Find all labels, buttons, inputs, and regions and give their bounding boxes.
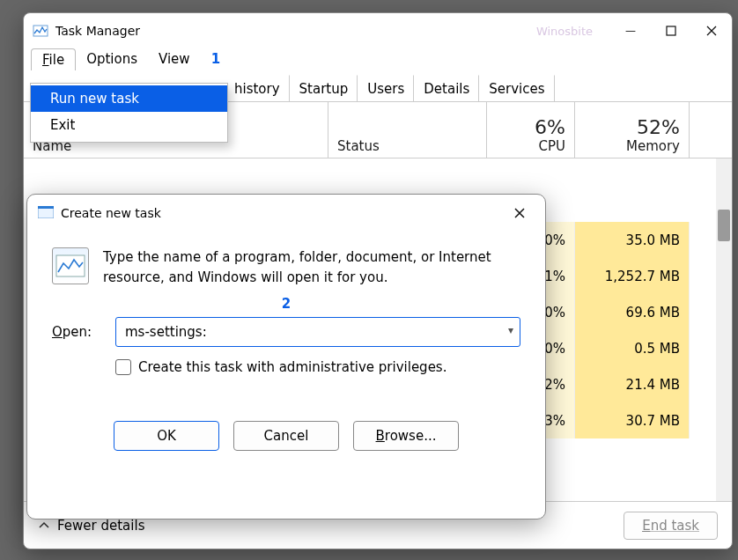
menu-view[interactable]: View	[148, 48, 201, 70]
maximize-button[interactable]	[651, 13, 691, 48]
run-command-icon	[52, 247, 89, 284]
dialog-description: Type the name of a program, folder, docu…	[103, 247, 520, 289]
tab-app-history[interactable]: history	[225, 75, 290, 102]
watermark-text: Winosbite	[529, 25, 610, 38]
svg-rect-1	[667, 26, 675, 35]
scrollbar-thumb[interactable]	[718, 210, 730, 241]
memory-cell: 35.0 MB	[575, 222, 690, 258]
svg-rect-3	[38, 206, 54, 209]
memory-cell: 21.4 MB	[575, 366, 690, 402]
tab-services[interactable]: Services	[479, 75, 554, 102]
file-menu-dropdown: Run new task Exit	[30, 83, 228, 143]
memory-cell: 30.7 MB	[575, 402, 690, 438]
end-task-button[interactable]: End task	[624, 512, 718, 540]
titlebar: Task Manager Winosbite —	[24, 13, 732, 48]
admin-privileges-checkbox[interactable]	[115, 359, 131, 375]
menu-exit[interactable]: Exit	[31, 112, 227, 138]
memory-cell: 1,252.7 MB	[575, 258, 690, 294]
col-status[interactable]: Status	[328, 102, 487, 158]
dialog-close-button[interactable]	[499, 195, 540, 231]
ok-button[interactable]: OK	[114, 421, 219, 451]
run-dialog-icon	[38, 205, 54, 222]
col-cpu[interactable]: 6% CPU	[487, 102, 575, 158]
dialog-title: Create new task	[61, 206, 161, 220]
close-button[interactable]	[691, 13, 732, 48]
annotation-step-1: 1	[201, 48, 231, 70]
create-new-task-dialog: Create new task Type the name of a progr…	[26, 194, 546, 519]
minimize-button[interactable]: —	[610, 13, 651, 48]
cancel-button[interactable]: Cancel	[233, 421, 339, 451]
chevron-up-icon	[38, 519, 50, 532]
window-title: Task Manager	[55, 24, 140, 38]
dialog-titlebar: Create new task	[27, 195, 545, 232]
admin-privileges-label: Create this task with administrative pri…	[138, 359, 446, 375]
menu-options[interactable]: Options	[76, 48, 148, 70]
fewer-details-toggle[interactable]: Fewer details	[38, 518, 144, 534]
tab-startup[interactable]: Startup	[290, 75, 358, 102]
menu-run-new-task[interactable]: Run new task	[31, 85, 227, 112]
memory-cell: 69.6 MB	[575, 294, 690, 330]
dialog-body: Type the name of a program, folder, docu…	[27, 232, 545, 451]
menu-file[interactable]: File	[31, 48, 76, 70]
tab-details[interactable]: Details	[414, 75, 479, 102]
task-manager-icon	[33, 23, 48, 39]
menubar: File Options View 1	[24, 48, 732, 74]
open-input[interactable]	[115, 317, 520, 347]
browse-button[interactable]: Browse...	[353, 421, 459, 451]
memory-cell: 0.5 MB	[575, 330, 690, 366]
tab-users[interactable]: Users	[358, 75, 414, 102]
annotation-step-2: 2	[52, 296, 520, 312]
scrollbar-track[interactable]	[716, 158, 732, 501]
open-label: Open:	[52, 324, 100, 340]
col-memory[interactable]: 52% Memory	[575, 102, 690, 158]
chevron-down-icon[interactable]: ▾	[508, 324, 513, 336]
